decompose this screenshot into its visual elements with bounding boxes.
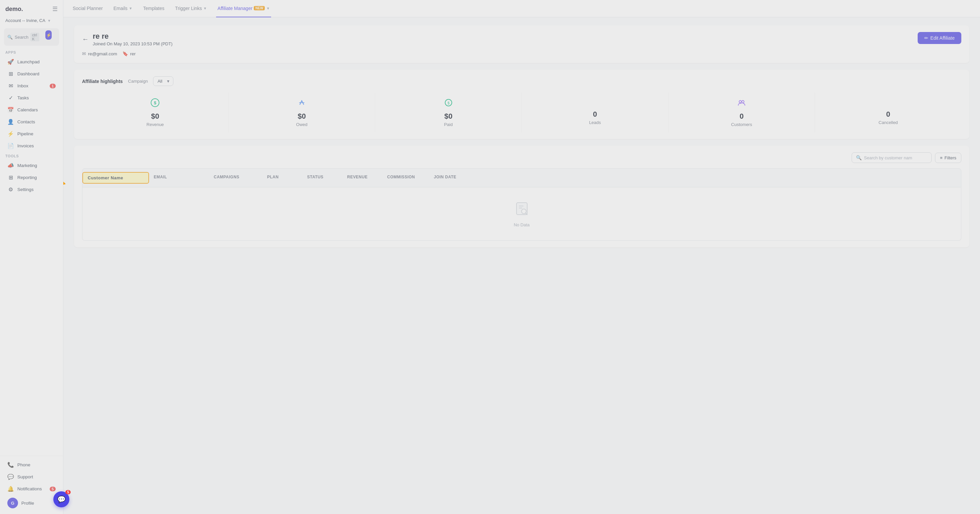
tab-trigger-links[interactable]: Trigger Links ▼ xyxy=(174,0,208,17)
cancelled-label: Cancelled xyxy=(818,120,959,125)
th-join-date: Join Date xyxy=(429,172,476,184)
th-plan: Plan xyxy=(262,172,302,184)
search-table-icon: 🔍 xyxy=(856,155,862,160)
affiliate-manager-badge: NEW xyxy=(254,6,265,10)
contacts-icon: 👤 xyxy=(7,119,14,125)
sidebar-item-profile[interactable]: G Profile xyxy=(2,495,61,511)
sidebar-bottom: 📞 Phone 💬 Support 🔔 Notifications 5 G Pr… xyxy=(0,456,63,514)
owed-value: $0 xyxy=(231,112,372,121)
table-body: No Data xyxy=(82,187,961,241)
cancelled-icon xyxy=(818,98,959,107)
boost-icon[interactable]: ⚡ xyxy=(45,30,52,40)
sidebar-item-tasks[interactable]: ✓ Tasks xyxy=(2,92,61,104)
calendars-icon: 📅 xyxy=(7,107,14,113)
content-area: ← re re Joined On May 10, 2023 10:53 PM … xyxy=(64,17,980,514)
account-chevron-icon: ▼ xyxy=(47,19,51,23)
sidebar-item-reporting[interactable]: ⊞ Reporting xyxy=(2,172,61,183)
account-label: Account -- Irvine, CA xyxy=(5,18,45,23)
pipeline-icon: ⚡ xyxy=(7,131,14,137)
campaign-select[interactable]: All xyxy=(153,76,173,86)
tab-social-planner-label: Social Planner xyxy=(73,6,103,11)
sidebar-label-notifications: Notifications xyxy=(18,486,42,491)
stat-revenue: $ $0 Revenue xyxy=(82,93,229,132)
inbox-badge: 1 xyxy=(50,84,56,88)
sidebar-label-inbox: Inbox xyxy=(18,83,29,88)
th-commission-label: Commission xyxy=(387,175,415,179)
settings-icon: ⚙ xyxy=(7,186,14,193)
sidebar-item-notifications[interactable]: 🔔 Notifications 5 xyxy=(2,483,61,495)
back-arrow-icon: ← xyxy=(82,35,89,43)
tab-templates[interactable]: Templates xyxy=(142,0,166,17)
notifications-badge: 5 xyxy=(50,487,56,491)
join-time: 10:53 PM (PDT) xyxy=(141,41,172,46)
sidebar-item-invoices[interactable]: 📄 Invoices xyxy=(2,140,61,152)
affiliate-info: re re Joined On May 10, 2023 10:53 PM (P… xyxy=(93,32,172,46)
tab-affiliate-manager[interactable]: Affiliate Manager NEW ▼ xyxy=(216,0,271,17)
tab-templates-label: Templates xyxy=(143,6,164,11)
sidebar-label-launchpad: Launchpad xyxy=(18,59,40,64)
logo-area: demo. ☰ xyxy=(0,0,63,15)
tab-social-planner[interactable]: Social Planner xyxy=(72,0,104,17)
customers-label: Customers xyxy=(671,122,812,127)
bookmark-icon: 🔖 xyxy=(123,51,128,56)
edit-affiliate-button[interactable]: ✏ Edit Affiliate xyxy=(918,32,961,44)
marketing-icon: 📣 xyxy=(7,162,14,169)
hamburger-icon[interactable]: ☰ xyxy=(52,5,58,13)
back-button[interactable]: ← re re Joined On May 10, 2023 10:53 PM … xyxy=(82,32,172,46)
sidebar-item-launchpad[interactable]: 🚀 Launchpad xyxy=(2,56,61,68)
sidebar-label-pipeline: Pipeline xyxy=(18,131,33,136)
sidebar-label-support: Support xyxy=(18,474,33,479)
campaign-select-wrap[interactable]: All ▼ xyxy=(153,76,173,86)
tab-affiliate-manager-label: Affiliate Manager xyxy=(217,6,253,11)
page-header: ← re re Joined On May 10, 2023 10:53 PM … xyxy=(74,25,969,63)
main-area: Social Planner Emails ▼ Templates Trigge… xyxy=(64,0,980,514)
sidebar-item-marketing[interactable]: 📣 Marketing xyxy=(2,160,61,171)
account-selector[interactable]: Account -- Irvine, CA ▼ xyxy=(0,15,63,27)
sidebar-label-reporting: Reporting xyxy=(18,175,37,180)
th-revenue: Revenue xyxy=(342,172,382,184)
launchpad-icon: 🚀 xyxy=(7,59,14,65)
search-input-wrap[interactable]: 🔍 xyxy=(852,152,932,163)
sidebar-item-phone[interactable]: 📞 Phone xyxy=(2,459,61,471)
paid-label: Paid xyxy=(378,122,519,127)
th-status-label: Status xyxy=(307,175,323,179)
chat-badge: 5 xyxy=(65,490,71,494)
sidebar-item-settings[interactable]: ⚙ Settings xyxy=(2,184,61,195)
sidebar-item-support[interactable]: 💬 Support xyxy=(2,471,61,483)
search-kbd: ctrl K xyxy=(30,33,39,41)
svg-marker-6 xyxy=(64,179,66,187)
cancelled-value: 0 xyxy=(818,110,959,119)
tasks-icon: ✓ xyxy=(7,95,14,101)
tab-emails[interactable]: Emails ▼ xyxy=(112,0,134,17)
sidebar-label-calendars: Calendars xyxy=(18,107,38,112)
svg-point-5 xyxy=(742,101,744,103)
sidebar-label-settings: Settings xyxy=(18,187,34,192)
affiliate-username: rer xyxy=(130,51,136,56)
affiliate-name: re re xyxy=(93,32,172,41)
dashboard-icon: ⊞ xyxy=(7,71,14,77)
stat-customers: 0 Customers xyxy=(668,93,815,132)
tab-trigger-links-label: Trigger Links xyxy=(175,6,202,11)
tools-section-label: Tools xyxy=(0,152,63,159)
affiliate-meta: ✉ re@gmail.com 🔖 rer xyxy=(82,51,961,56)
tab-emails-label: Emails xyxy=(113,6,127,11)
email-meta: ✉ re@gmail.com xyxy=(82,51,117,56)
inbox-icon: ✉ xyxy=(7,82,14,89)
sidebar-search[interactable]: 🔍 Search ctrl K ⚡ xyxy=(4,29,59,46)
filters-icon: ≡ xyxy=(940,155,943,160)
filters-button[interactable]: ≡ Filters xyxy=(935,153,961,163)
chat-widget[interactable]: 💬 5 xyxy=(53,491,69,507)
sidebar-label-phone: Phone xyxy=(18,462,30,467)
sidebar-item-contacts[interactable]: 👤 Contacts xyxy=(2,116,61,128)
stat-owed: $0 Owed xyxy=(229,93,375,132)
owed-label: Owed xyxy=(231,122,372,127)
sidebar-item-inbox[interactable]: ✉ Inbox 1 xyxy=(2,80,61,92)
support-icon: 💬 xyxy=(7,474,14,480)
th-customer-name-label: Customer Name xyxy=(88,175,123,180)
owed-icon xyxy=(231,98,372,109)
sidebar-item-calendars[interactable]: 📅 Calendars xyxy=(2,104,61,116)
revenue-label: Revenue xyxy=(85,122,226,127)
sidebar-item-pipeline[interactable]: ⚡ Pipeline xyxy=(2,128,61,140)
search-input[interactable] xyxy=(864,155,928,160)
sidebar-item-dashboard[interactable]: ⊞ Dashboard xyxy=(2,68,61,80)
